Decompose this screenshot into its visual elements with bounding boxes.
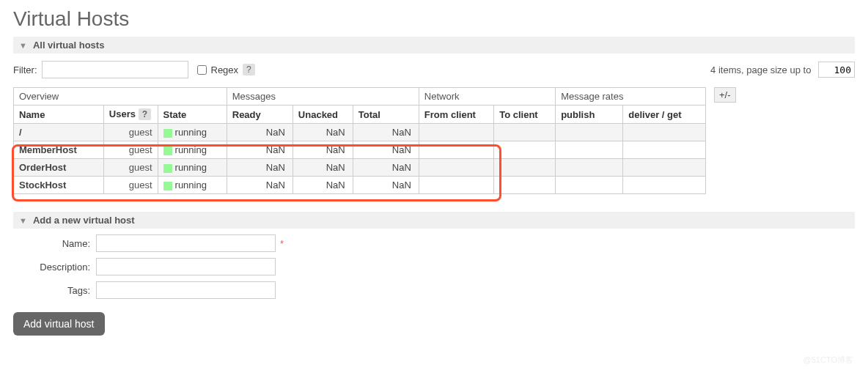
vhost-publish bbox=[556, 159, 623, 177]
col-to-client[interactable]: To client bbox=[494, 106, 556, 124]
state-running-icon bbox=[163, 129, 172, 138]
columns-toggle-button[interactable]: +/- bbox=[714, 87, 736, 103]
state-text: running bbox=[175, 162, 207, 173]
vhost-to-client bbox=[494, 177, 556, 194]
state-running-icon bbox=[163, 147, 172, 155]
filter-input[interactable] bbox=[42, 61, 188, 78]
vhost-ready: NaN bbox=[227, 124, 293, 141]
vhost-publish bbox=[556, 141, 623, 159]
vhost-state: running bbox=[158, 159, 227, 177]
table-row: MemberHostguestrunningNaNNaNNaN bbox=[14, 141, 706, 159]
section-all-title: All virtual hosts bbox=[33, 40, 105, 51]
tags-label: Tags: bbox=[13, 285, 90, 296]
col-publish[interactable]: publish bbox=[556, 106, 623, 124]
vhost-from-client bbox=[419, 124, 493, 141]
section-add-title: Add a new virtual host bbox=[33, 215, 135, 226]
vhost-ready: NaN bbox=[227, 177, 293, 194]
group-header-overview: Overview bbox=[14, 88, 227, 106]
vhost-unacked: NaN bbox=[293, 159, 353, 177]
section-add-vhost[interactable]: ▼ Add a new virtual host bbox=[13, 212, 855, 229]
vhost-to-client bbox=[494, 159, 556, 177]
chevron-down-icon: ▼ bbox=[19, 41, 27, 50]
vhost-deliver-get bbox=[623, 159, 706, 177]
vhost-name-link[interactable]: StockHost bbox=[14, 177, 104, 194]
col-ready[interactable]: Ready bbox=[227, 106, 293, 124]
name-input[interactable] bbox=[96, 234, 276, 252]
vhost-unacked: NaN bbox=[293, 141, 353, 159]
vhost-from-client bbox=[419, 159, 493, 177]
section-all-vhosts[interactable]: ▼ All virtual hosts bbox=[13, 37, 855, 53]
page-size-input[interactable] bbox=[818, 62, 855, 78]
table-row: OrderHostguestrunningNaNNaNNaN bbox=[14, 159, 706, 177]
group-header-message-rates: Message rates bbox=[556, 88, 706, 106]
vhost-deliver-get bbox=[623, 141, 706, 159]
table-row: StockHostguestrunningNaNNaNNaN bbox=[14, 177, 706, 194]
col-users[interactable]: Users ? bbox=[103, 106, 158, 124]
vhosts-table-body: /guestrunningNaNNaNNaNMemberHostguestrun… bbox=[14, 124, 706, 194]
required-mark: * bbox=[280, 238, 284, 249]
vhost-users: guest bbox=[103, 159, 158, 177]
vhost-deliver-get bbox=[623, 124, 706, 141]
description-input[interactable] bbox=[96, 258, 276, 275]
col-unacked[interactable]: Unacked bbox=[293, 106, 353, 124]
state-text: running bbox=[175, 144, 207, 155]
regex-help-icon[interactable]: ? bbox=[243, 64, 255, 75]
vhost-users: guest bbox=[103, 124, 158, 141]
vhost-unacked: NaN bbox=[293, 124, 353, 141]
vhost-ready: NaN bbox=[227, 141, 293, 159]
col-state[interactable]: State bbox=[158, 106, 227, 124]
regex-label: Regex bbox=[211, 64, 239, 75]
vhost-name-link[interactable]: OrderHost bbox=[14, 159, 104, 177]
col-from-client[interactable]: From client bbox=[419, 106, 493, 124]
vhost-total: NaN bbox=[353, 124, 419, 141]
vhosts-table-wrap: +/- Overview Messages Network Message ra… bbox=[13, 87, 855, 194]
vhost-to-client bbox=[494, 141, 556, 159]
vhost-name-link[interactable]: MemberHost bbox=[14, 141, 104, 159]
vhost-state: running bbox=[158, 124, 227, 141]
vhost-unacked: NaN bbox=[293, 177, 353, 194]
vhost-publish bbox=[556, 177, 623, 194]
vhost-total: NaN bbox=[353, 141, 419, 159]
vhost-total: NaN bbox=[353, 159, 419, 177]
page-title: Virtual Hosts bbox=[13, 7, 855, 31]
add-virtual-host-button[interactable]: Add virtual host bbox=[13, 312, 105, 336]
vhost-to-client bbox=[494, 124, 556, 141]
vhost-users: guest bbox=[103, 141, 158, 159]
state-text: running bbox=[175, 127, 207, 138]
vhost-total: NaN bbox=[353, 177, 419, 194]
vhost-name-link[interactable]: / bbox=[14, 124, 104, 141]
filter-bar: Filter: Regex ? 4 items, page size up to bbox=[13, 61, 855, 78]
col-name[interactable]: Name bbox=[14, 106, 104, 124]
tags-input[interactable] bbox=[96, 281, 276, 299]
group-header-network: Network bbox=[419, 88, 555, 106]
name-label: Name: bbox=[13, 238, 90, 249]
pagination-info: 4 items, page size up to bbox=[710, 62, 855, 78]
filter-label: Filter: bbox=[13, 64, 37, 75]
state-text: running bbox=[175, 180, 207, 190]
col-deliver-get[interactable]: deliver / get bbox=[623, 106, 706, 124]
vhost-publish bbox=[556, 124, 623, 141]
vhost-from-client bbox=[419, 141, 493, 159]
vhost-from-client bbox=[419, 177, 493, 194]
col-total[interactable]: Total bbox=[353, 106, 419, 124]
group-header-messages: Messages bbox=[227, 88, 419, 106]
vhost-state: running bbox=[158, 177, 227, 194]
description-label: Description: bbox=[13, 262, 90, 273]
state-running-icon bbox=[163, 182, 172, 190]
vhost-users: guest bbox=[103, 177, 158, 194]
regex-checkbox[interactable] bbox=[197, 65, 207, 75]
state-running-icon bbox=[163, 164, 172, 173]
vhosts-table: Overview Messages Network Message rates … bbox=[13, 87, 706, 194]
vhost-state: running bbox=[158, 141, 227, 159]
vhost-ready: NaN bbox=[227, 159, 293, 177]
chevron-down-icon: ▼ bbox=[19, 216, 27, 225]
vhost-deliver-get bbox=[623, 177, 706, 194]
users-help-icon[interactable]: ? bbox=[139, 108, 151, 120]
pagination-summary: 4 items, page size up to bbox=[710, 64, 811, 75]
table-row: /guestrunningNaNNaNNaN bbox=[14, 124, 706, 141]
col-users-label: Users bbox=[109, 108, 136, 119]
